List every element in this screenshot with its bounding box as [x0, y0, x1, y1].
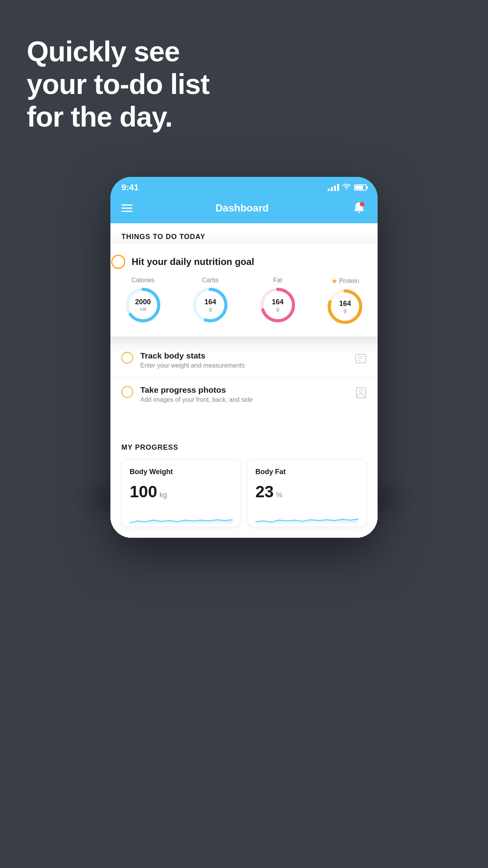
nav-bar: Dashboard	[110, 196, 378, 223]
body-fat-title: Body Fat	[255, 468, 358, 476]
progress-heading: MY PROGRESS	[121, 443, 367, 452]
photos-content: Take progress photos Add images of your …	[140, 385, 349, 403]
carbs-donut: 164 g	[191, 286, 229, 324]
hero-text: Quickly see your to-do list for the day.	[27, 35, 209, 133]
nav-title: Dashboard	[215, 202, 269, 214]
todo-item-photos[interactable]: Take progress photos Add images of your …	[110, 377, 378, 411]
hero-line3: for the day.	[27, 101, 209, 133]
svg-point-0	[360, 202, 364, 206]
todo-item-body-stats[interactable]: Track body stats Enter your weight and m…	[110, 343, 378, 377]
carbs-unit: g	[204, 306, 216, 312]
hero-line2: your to-do list	[27, 68, 209, 101]
signal-icon	[328, 184, 339, 191]
nutrition-grid: Calories 2000 cal	[111, 277, 377, 326]
hero-line1: Quickly see	[27, 35, 209, 68]
status-time: 9:41	[121, 182, 139, 193]
hamburger-menu[interactable]	[121, 204, 132, 212]
notification-bell-icon[interactable]	[352, 200, 367, 215]
phone-frame: 9:41	[110, 177, 378, 538]
body-fat-unit: %	[276, 491, 283, 499]
calories-donut: 2000 cal	[124, 286, 162, 324]
battery-icon	[354, 184, 367, 191]
calories-label: Calories	[131, 277, 154, 284]
nutrition-item-fat: Fat 164 g	[259, 277, 297, 326]
fat-donut: 164 g	[259, 286, 297, 324]
body-stats-circle	[121, 352, 133, 364]
body-weight-values: 100 kg	[130, 482, 233, 501]
photos-circle	[121, 386, 133, 398]
photos-title: Take progress photos	[140, 385, 349, 395]
nutrition-check-circle[interactable]	[111, 255, 125, 269]
nutrition-item-carbs: Carbs 164 g	[191, 277, 229, 326]
fat-unit: g	[272, 306, 284, 312]
fat-label: Fat	[273, 277, 282, 284]
protein-unit: g	[339, 308, 351, 313]
calories-value: 2000	[135, 298, 151, 306]
nutrition-card-title: Hit your daily nutrition goal	[132, 256, 254, 267]
star-icon: ★	[331, 277, 338, 285]
protein-donut: 164 g	[326, 288, 364, 326]
body-weight-card[interactable]: Body Weight 100 kg	[121, 460, 241, 527]
body-stats-title: Track body stats	[140, 351, 348, 360]
progress-grid: Body Weight 100 kg	[121, 460, 367, 527]
body-fat-value: 23	[255, 482, 274, 501]
body-fat-chart	[255, 509, 358, 525]
protein-label: ★ Protein	[331, 277, 359, 285]
protein-value: 164	[339, 300, 351, 308]
body-fat-card[interactable]: Body Fat 23 %	[247, 460, 367, 527]
nutrition-item-protein: ★ Protein 164 g	[326, 277, 364, 326]
wifi-icon	[342, 184, 351, 192]
body-weight-unit: kg	[160, 491, 167, 499]
calories-unit: cal	[135, 306, 151, 312]
svg-point-11	[360, 389, 363, 392]
body-stats-subtitle: Enter your weight and measurements	[140, 362, 348, 369]
carbs-label: Carbs	[202, 277, 219, 284]
status-icons	[328, 184, 367, 192]
spacer	[110, 411, 378, 431]
progress-section: MY PROGRESS Body Weight 100 kg	[110, 431, 378, 538]
main-content: THINGS TO DO TODAY Hit your daily nutrit…	[110, 223, 378, 538]
person-icon	[356, 387, 367, 401]
photos-subtitle: Add images of your front, back, and side	[140, 396, 349, 403]
status-bar: 9:41	[110, 177, 378, 196]
things-to-do-heading: THINGS TO DO TODAY	[110, 223, 378, 246]
fat-value: 164	[272, 298, 284, 306]
body-weight-chart	[130, 509, 233, 525]
body-fat-values: 23 %	[255, 482, 358, 501]
nutrition-card: Hit your daily nutrition goal Calories	[110, 244, 378, 337]
scale-icon	[355, 353, 367, 367]
carbs-value: 164	[204, 298, 216, 306]
nutrition-item-calories: Calories 2000 cal	[124, 277, 162, 326]
body-stats-content: Track body stats Enter your weight and m…	[140, 351, 348, 369]
body-weight-title: Body Weight	[130, 468, 233, 476]
body-weight-value: 100	[130, 482, 157, 501]
